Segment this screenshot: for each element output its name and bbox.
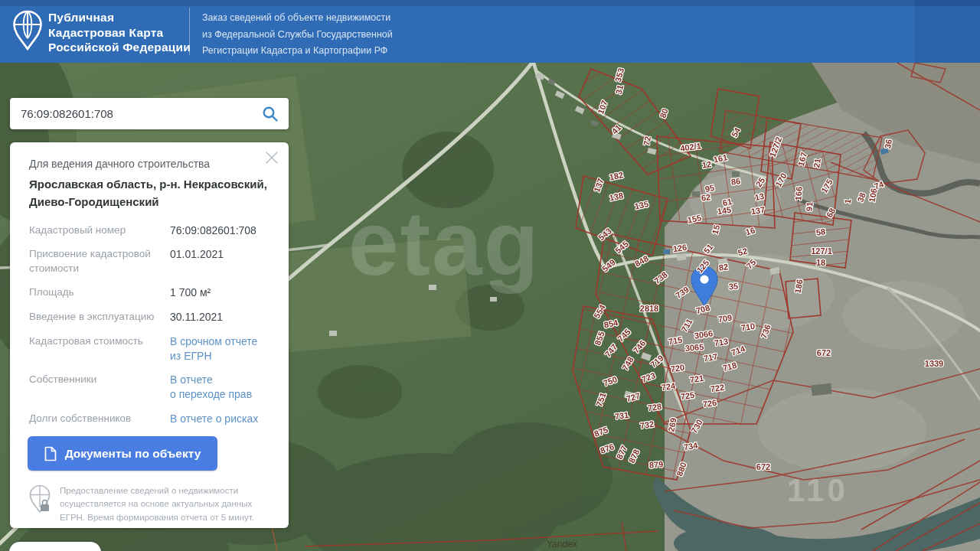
panel-footnote: Предоставление сведений о недвижимости о… xyxy=(29,484,270,524)
search-icon[interactable] xyxy=(262,106,279,122)
close-icon[interactable] xyxy=(265,151,279,165)
info-row-link[interactable]: В отчете о рисках xyxy=(170,412,270,426)
info-row-value: 76:09:082601:708 xyxy=(170,223,270,238)
pin-lock-icon xyxy=(29,484,51,514)
info-row: Присвоение кадастровой стоимости01.01.20… xyxy=(29,247,270,275)
info-row-label: Площадь xyxy=(29,285,170,300)
app-title: Публичная Кадастровая Карта Российской Ф… xyxy=(48,10,191,55)
cadastre-logo-icon[interactable] xyxy=(12,10,43,51)
info-row: Кадастровая стоимостьВ срочном отчете из… xyxy=(29,334,270,364)
documents-button-label: Документы по объекту xyxy=(65,447,201,461)
map-attribution[interactable]: Yandex xyxy=(547,539,577,549)
info-row: Долги собственниковВ отчете о рисках xyxy=(29,412,270,426)
footnote-text: Предоставление сведений о недвижимости о… xyxy=(60,484,260,524)
header-divider xyxy=(189,8,190,55)
info-row: Площадь1 700 м² xyxy=(29,285,270,300)
info-row-label: Кадастровая стоимость xyxy=(29,334,170,364)
info-row-label: Присвоение кадастровой стоимости xyxy=(29,247,170,275)
search-input[interactable]: 76:09:082601:708 xyxy=(10,107,262,120)
info-row: Введение в эксплуатацию30.11.2021 xyxy=(29,310,270,324)
info-row-label: Собственники xyxy=(29,373,170,402)
info-row: Кадастровый номер76:09:082601:708 xyxy=(29,223,270,238)
header-top-strip xyxy=(0,0,980,6)
app-window: etag 110 3533110780417218213713813554402… xyxy=(0,0,980,551)
document-icon xyxy=(44,446,57,461)
info-row-link[interactable]: В отчете о переходе прав xyxy=(170,373,270,402)
info-row-value: 1 700 м² xyxy=(170,285,270,300)
land-usage-text: Для ведения дачного строительства xyxy=(29,158,270,170)
app-header: Публичная Кадастровая Карта Российской Ф… xyxy=(0,0,980,63)
info-rows: Кадастровый номер76:09:082601:708Присвое… xyxy=(29,223,270,427)
info-row: СобственникиВ отчете о переходе прав xyxy=(29,373,270,402)
bottom-left-panel-cut[interactable] xyxy=(9,542,101,551)
info-row-link[interactable]: В срочном отчете из ЕГРН xyxy=(170,334,270,364)
info-row-value: 01.01.2021 xyxy=(170,247,270,275)
documents-button[interactable]: Документы по объекту xyxy=(28,436,217,471)
info-row-label: Кадастровый номер xyxy=(29,223,170,238)
parcel-info-panel: Для ведения дачного строительства Яросла… xyxy=(10,142,289,528)
search-bar[interactable]: 76:09:082601:708 xyxy=(10,98,289,129)
header-right-shade xyxy=(915,0,980,63)
info-row-label: Введение в эксплуатацию xyxy=(29,310,170,324)
info-row-value: 30.11.2021 xyxy=(170,310,270,324)
parcel-address: Ярославская область, р-н. Некрасовский, … xyxy=(29,175,271,211)
header-subtitle: Заказ сведений об объекте недвижимости и… xyxy=(202,10,393,60)
info-row-label: Долги собственников xyxy=(29,412,170,426)
